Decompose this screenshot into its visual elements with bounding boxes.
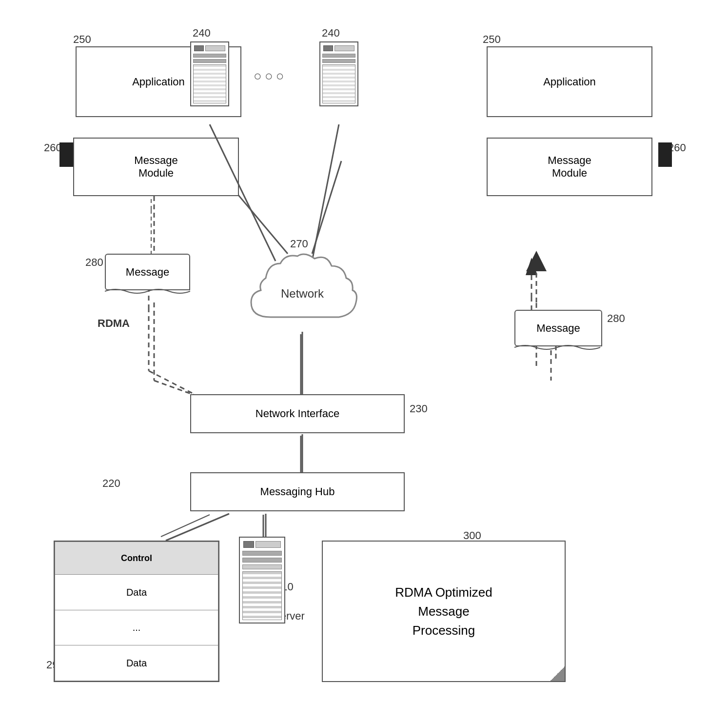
fold-corner (550, 666, 565, 681)
app-right-label: Application (543, 76, 596, 88)
server-210 (239, 537, 285, 623)
rdma-box: RDMA Optimized Message Processing (322, 541, 566, 682)
control-cell: Control (55, 542, 218, 575)
cloud-svg: Network (241, 249, 363, 337)
label-240-left: 240 (193, 27, 211, 40)
label-270: 270 (290, 238, 308, 250)
msg-module-right-label: Message Module (548, 154, 591, 180)
black-sq-right (658, 142, 672, 167)
network-interface-label: Network Interface (256, 407, 339, 420)
data2-cell: Data (55, 645, 218, 681)
message-left-label: Message (126, 266, 169, 279)
svg-line-28 (166, 514, 229, 541)
message-right-label: Message (536, 322, 580, 335)
svg-line-13 (161, 515, 210, 537)
label-280-left: 280 (85, 256, 103, 269)
data1-cell: Data (55, 575, 218, 610)
label-240-right: 240 (322, 27, 340, 40)
rdma-box-label: RDMA Optimized Message Processing (395, 583, 492, 640)
diagram: 250 Application 250 Application 240 240 (0, 0, 728, 724)
dots-label: ○○○ (254, 68, 287, 84)
server-240-left (190, 41, 229, 106)
message-box-left: Message (105, 254, 190, 290)
svg-text:Network: Network (281, 287, 324, 300)
app-left-label: Application (132, 76, 185, 88)
svg-line-24 (312, 124, 339, 261)
data-table: Control Data ... Data (54, 541, 219, 682)
label-230: 230 (410, 402, 428, 415)
black-sq-left (59, 142, 73, 167)
server-240-right (319, 41, 358, 106)
rdma-label: RDMA (98, 317, 130, 330)
svg-line-1 (312, 161, 341, 254)
label-220: 220 (102, 477, 120, 490)
message-box-right: Message (514, 310, 602, 346)
app-box-right: Application (487, 46, 652, 117)
msg-module-left-label: Message Module (134, 154, 177, 180)
msg-module-left: Message Module (73, 138, 239, 196)
label-250-right: 250 (483, 33, 501, 46)
messaging-hub-box: Messaging Hub (190, 472, 405, 511)
msg-module-right: Message Module (487, 138, 652, 196)
dots-cell: ... (55, 610, 218, 645)
messaging-hub-label: Messaging Hub (260, 485, 335, 498)
network-interface-box: Network Interface (190, 394, 405, 433)
label-280-right: 280 (607, 312, 625, 325)
label-250-left: 250 (73, 33, 91, 46)
